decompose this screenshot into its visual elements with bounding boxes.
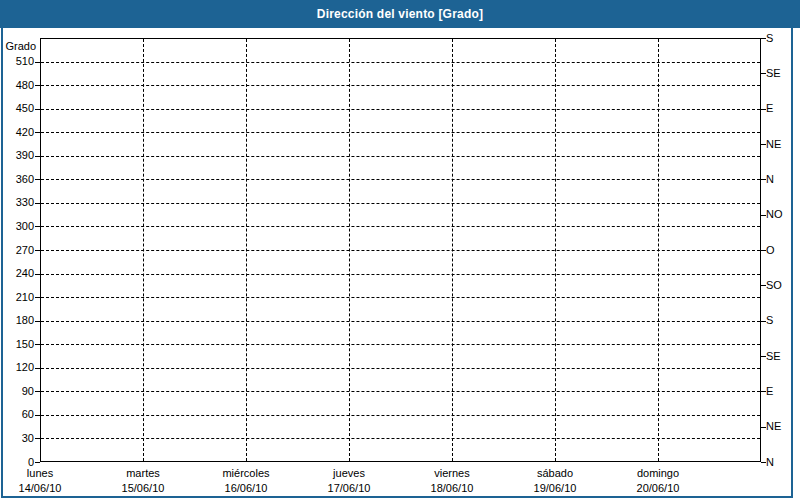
gridline-horizontal xyxy=(41,156,760,157)
gridline-horizontal xyxy=(41,85,760,86)
plot-area xyxy=(40,38,761,462)
compass-tick-label: S xyxy=(766,314,800,327)
date-label: 17/06/10 xyxy=(297,481,401,496)
x-axis-day-label: miércoles16/06/10 xyxy=(194,466,298,496)
compass-tick-label: N xyxy=(766,173,800,186)
y-axis-tick-label: 30 xyxy=(0,432,34,445)
compass-tick-label: N xyxy=(766,456,800,469)
y-axis-tick-label: 180 xyxy=(0,314,34,327)
y-axis-tick xyxy=(35,391,40,392)
y-axis-tick xyxy=(35,368,40,369)
compass-axis-tick xyxy=(761,179,766,180)
y-axis-tick xyxy=(35,85,40,86)
gridline-horizontal xyxy=(41,368,760,369)
date-label: 16/06/10 xyxy=(194,481,298,496)
compass-axis-tick xyxy=(761,109,766,110)
compass-tick-label: SO xyxy=(766,279,800,292)
y-axis-tick-label: 210 xyxy=(0,291,34,304)
gridline-vertical xyxy=(555,39,556,461)
compass-tick-label: NO xyxy=(766,208,800,221)
date-label: 19/06/10 xyxy=(503,481,607,496)
gridline-horizontal xyxy=(41,179,760,180)
gridline-horizontal xyxy=(41,415,760,416)
compass-axis-tick xyxy=(761,356,766,357)
gridline-vertical xyxy=(246,39,247,461)
gridline-horizontal xyxy=(41,344,760,345)
weekday-label: viernes xyxy=(400,466,504,481)
weekday-label: jueves xyxy=(297,466,401,481)
gridline-vertical xyxy=(143,39,144,461)
gridline-horizontal xyxy=(41,62,760,63)
y-axis-tick-label: 450 xyxy=(0,102,34,115)
y-axis-tick-label: 90 xyxy=(0,385,34,398)
y-axis-tick-label: 150 xyxy=(0,338,34,351)
x-axis-day-label: lunes14/06/10 xyxy=(0,466,92,496)
gridline-horizontal xyxy=(41,391,760,392)
y-axis-tick-label: 300 xyxy=(0,220,34,233)
weekday-label: lunes xyxy=(0,466,92,481)
date-label: 20/06/10 xyxy=(606,481,710,496)
compass-axis-tick xyxy=(761,215,766,216)
y-axis-tick-label: 480 xyxy=(0,79,34,92)
y-axis-tick xyxy=(35,344,40,345)
compass-axis-tick xyxy=(761,427,766,428)
y-axis-tick-label: 240 xyxy=(0,267,34,280)
x-axis-day-label: domingo20/06/10 xyxy=(606,466,710,496)
y-axis-tick-label: 120 xyxy=(0,361,34,374)
compass-tick-label: NE xyxy=(766,420,800,433)
weekday-label: sábado xyxy=(503,466,607,481)
chart-title-bar: Dirección del viento [Grado] xyxy=(0,0,800,28)
weekday-label: martes xyxy=(91,466,195,481)
y-axis-tick xyxy=(35,462,40,463)
y-axis-tick xyxy=(35,62,40,63)
y-axis-tick xyxy=(35,415,40,416)
y-axis-tick xyxy=(35,109,40,110)
gridline-horizontal xyxy=(41,250,760,251)
y-axis-tick-label: 510 xyxy=(0,55,34,68)
compass-tick-label: E xyxy=(766,385,800,398)
y-axis-tick-label: 420 xyxy=(0,126,34,139)
compass-tick-label: SE xyxy=(766,350,800,363)
chart-window: Dirección del viento [Grado] Grado 03060… xyxy=(0,0,800,500)
compass-tick-label: NE xyxy=(766,138,800,151)
y-axis-tick-label: 330 xyxy=(0,196,34,209)
y-axis-tick xyxy=(35,156,40,157)
gridline-horizontal xyxy=(41,226,760,227)
x-axis-day-label: viernes18/06/10 xyxy=(400,466,504,496)
compass-axis-tick xyxy=(761,285,766,286)
y-axis-tick-label: 60 xyxy=(0,408,34,421)
y-axis-tick xyxy=(35,321,40,322)
gridline-horizontal xyxy=(41,203,760,204)
date-label: 18/06/10 xyxy=(400,481,504,496)
y-axis-unit-label: Grado xyxy=(0,40,36,52)
weekday-label: miércoles xyxy=(194,466,298,481)
compass-axis-tick xyxy=(761,391,766,392)
gridline-horizontal xyxy=(41,438,760,439)
y-axis-tick xyxy=(35,179,40,180)
compass-tick-label: E xyxy=(766,102,800,115)
gridline-horizontal xyxy=(41,132,760,133)
compass-axis-tick xyxy=(761,250,766,251)
gridline-horizontal xyxy=(41,321,760,322)
gridline-horizontal xyxy=(41,109,760,110)
frame-border-left xyxy=(1,28,3,498)
compass-tick-label: S xyxy=(766,32,800,45)
compass-tick-label: O xyxy=(766,244,800,257)
y-axis-tick xyxy=(35,250,40,251)
y-axis-tick xyxy=(35,132,40,133)
y-axis-tick xyxy=(35,297,40,298)
x-axis-day-label: sábado19/06/10 xyxy=(503,466,607,496)
compass-axis-tick xyxy=(761,38,766,39)
date-label: 15/06/10 xyxy=(91,481,195,496)
weekday-label: domingo xyxy=(606,466,710,481)
gridline-horizontal xyxy=(41,297,760,298)
y-axis-tick xyxy=(35,274,40,275)
y-axis-tick-label: 360 xyxy=(0,173,34,186)
gridline-vertical xyxy=(658,39,659,461)
y-axis-tick-label: 270 xyxy=(0,244,34,257)
compass-axis-tick xyxy=(761,321,766,322)
y-axis-tick xyxy=(35,438,40,439)
compass-axis-tick xyxy=(761,73,766,74)
compass-axis-tick xyxy=(761,144,766,145)
gridline-vertical xyxy=(349,39,350,461)
